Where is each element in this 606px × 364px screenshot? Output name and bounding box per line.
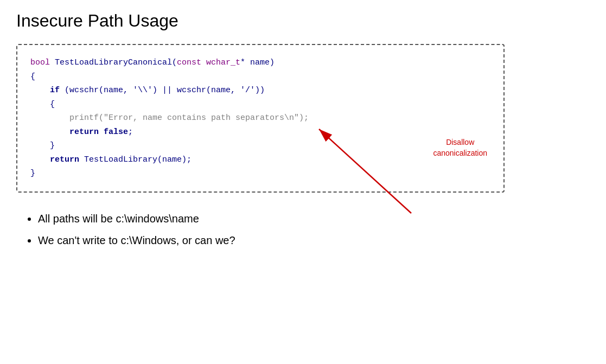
code-line-7: } (30, 139, 490, 153)
code-line-8: return TestLoadLibrary(name); (30, 153, 490, 167)
code-container: bool TestLoadLibraryCanonical(const wcha… (16, 44, 505, 193)
code-line-2: { (30, 70, 490, 84)
keyword-bool: bool (30, 58, 50, 67)
keyword-const: const (177, 58, 201, 67)
string-literal: printf("Error, name contains path separa… (30, 113, 309, 123)
keyword-return-2: return (30, 155, 79, 164)
code-line-3: if (wcschr(name, '\\') || wcschr(name, '… (30, 84, 490, 98)
keyword-false: false (99, 127, 128, 137)
keyword-return-1: return (30, 127, 99, 137)
list-item-1: All paths will be c:\windows\name (38, 209, 590, 228)
type-wchar: wchar_t (201, 58, 240, 67)
fn-signature: TestLoadLibraryCanonical( (50, 58, 177, 67)
keyword-if: if (30, 86, 60, 95)
semicolon-1: ; (128, 127, 133, 137)
annotation-line1: Disallow (446, 138, 474, 146)
code-block: bool TestLoadLibraryCanonical(const wcha… (30, 56, 490, 181)
bullet-list: All paths will be c:\windows\name We can… (16, 209, 590, 250)
code-line-1-rest: * name) (240, 58, 275, 67)
code-line-5: printf("Error, name contains path separa… (30, 111, 490, 125)
list-item-2: We can't write to c:\Windows, or can we? (38, 231, 590, 250)
code-line-9: } (30, 167, 490, 181)
annotation-label: Disallow canonicalization (433, 133, 487, 158)
annotation-line2: canonicalization (433, 149, 487, 157)
annotation-text: Disallow canonicalization (433, 137, 487, 158)
code-line-1: bool TestLoadLibraryCanonical(const wcha… (30, 56, 490, 70)
code-line-3-rest: (wcschr(name, '\\') || wcschr(name, '/')… (60, 86, 265, 95)
page-title: Insecure Path Usage (16, 11, 590, 31)
code-line-4: { (30, 98, 490, 112)
code-line-6: return false; (30, 125, 490, 139)
code-line-8-rest: TestLoadLibrary(name); (79, 155, 192, 164)
